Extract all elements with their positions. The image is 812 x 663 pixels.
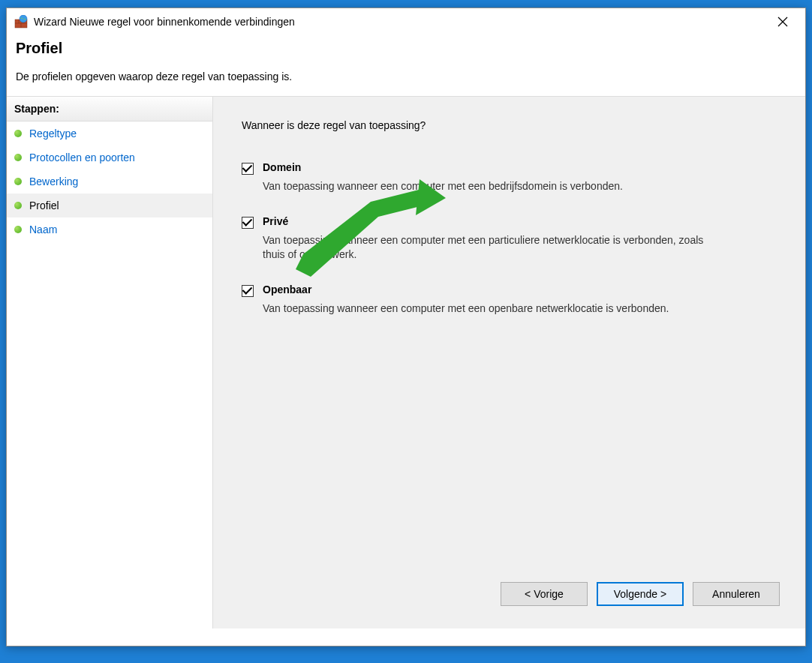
checkbox-description: Van toepassing wanneer een computer met … <box>263 302 728 316</box>
step-label: Profiel <box>29 200 59 212</box>
option-domein: Domein Van toepassing wanneer een comput… <box>242 161 783 194</box>
cancel-button[interactable]: Annuleren <box>693 582 780 606</box>
step-protocollen[interactable]: Protocollen en poorten <box>7 146 212 170</box>
titlebar: Wizard Nieuwe regel voor binnenkomende v… <box>7 8 805 35</box>
next-button[interactable]: Volgende > <box>597 582 684 606</box>
titlebar-text: Wizard Nieuwe regel voor binnenkomende v… <box>34 16 768 28</box>
content-panel: Wanneer is deze regel van toepassing? Do… <box>213 97 805 628</box>
button-row: < Vorige Volgende > Annuleren <box>242 582 783 614</box>
step-bullet-icon <box>14 226 22 233</box>
step-label: Regeltype <box>29 128 77 140</box>
close-icon <box>777 16 788 27</box>
step-regeltype[interactable]: Regeltype <box>7 122 212 146</box>
checkbox-label: Privé <box>263 215 288 227</box>
checkbox-description: Van toepassing wanneer een computer met … <box>263 179 728 194</box>
checkbox-description: Van toepassing wanneer een computer met … <box>263 233 728 262</box>
checkbox-prive[interactable] <box>242 217 254 229</box>
step-label: Protocollen en poorten <box>29 152 135 164</box>
header-area: Profiel De profielen opgeven waarop deze… <box>7 35 805 96</box>
step-bullet-icon <box>14 202 22 209</box>
checkbox-domein[interactable] <box>242 163 254 175</box>
step-profiel[interactable]: Profiel <box>7 194 212 218</box>
step-label: Naam <box>29 224 57 236</box>
step-naam[interactable]: Naam <box>7 218 212 242</box>
page-title: Profiel <box>16 40 796 57</box>
close-button[interactable] <box>768 10 798 33</box>
steps-header: Stappen: <box>7 97 212 122</box>
checkbox-label: Openbaar <box>263 284 311 296</box>
content-question: Wanneer is deze regel van toepassing? <box>242 119 783 131</box>
step-bewerking[interactable]: Bewerking <box>7 170 212 194</box>
firewall-icon <box>14 15 28 28</box>
wizard-window: Wizard Nieuwe regel voor binnenkomende v… <box>6 8 806 646</box>
step-bullet-icon <box>14 130 22 137</box>
step-bullet-icon <box>14 178 22 185</box>
option-prive: Privé Van toepassing wanneer een compute… <box>242 215 783 262</box>
step-bullet-icon <box>14 154 22 161</box>
body-area: Stappen: Regeltype Protocollen en poorte… <box>7 96 805 628</box>
back-button[interactable]: < Vorige <box>501 582 588 606</box>
checkbox-label: Domein <box>263 161 301 173</box>
sidebar: Stappen: Regeltype Protocollen en poorte… <box>7 97 213 628</box>
option-openbaar: Openbaar Van toepassing wanneer een comp… <box>242 284 783 316</box>
page-subtitle: De profielen opgeven waarop deze regel v… <box>16 70 796 82</box>
checkbox-openbaar[interactable] <box>242 285 254 297</box>
step-label: Bewerking <box>29 176 78 188</box>
